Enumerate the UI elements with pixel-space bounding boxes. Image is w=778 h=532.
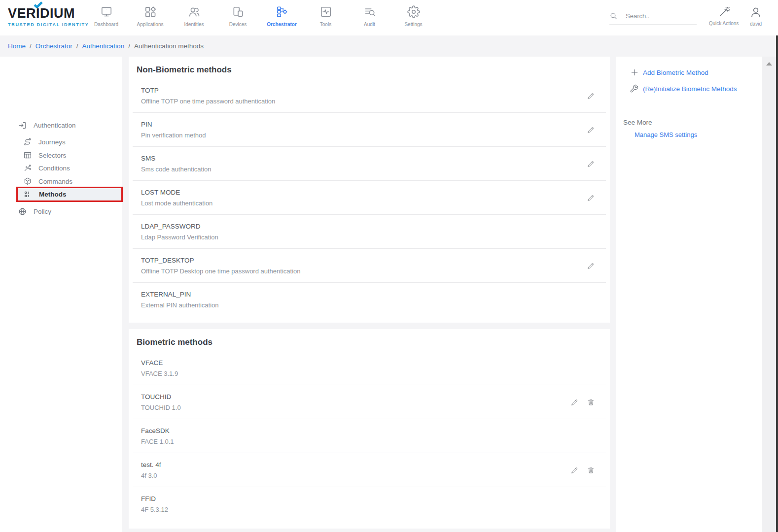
quick-actions-button[interactable]: Quick Actions — [706, 6, 742, 26]
non-biometric-rows: TOTP Offline TOTP one time password auth… — [133, 75, 606, 317]
method-name: EXTERNAL_PIN — [141, 291, 219, 298]
breadcrumb-current: Authentication methods — [134, 42, 204, 50]
nav-label: Tools — [320, 22, 331, 27]
method-name: FFID — [141, 495, 168, 502]
edit-icon[interactable] — [587, 126, 595, 134]
method-name: VFACE — [141, 359, 178, 366]
sidebar-item-label: Authentication — [34, 122, 76, 129]
non-biometric-title: Non-Biometric methods — [129, 57, 610, 75]
primary-nav: Dashboard Applications Identities Device… — [84, 4, 435, 27]
method-row-external-pin: EXTERNAL_PIN External PIN authentication — [133, 283, 606, 317]
sidebar-item-label: Policy — [34, 208, 51, 215]
manage-sms-settings-link[interactable]: Manage SMS settings — [635, 131, 697, 138]
sidebar-item-selectors[interactable]: Selectors — [23, 149, 66, 161]
method-description: TOUCHID 1.0 — [141, 404, 181, 411]
settings-icon — [407, 4, 420, 19]
wrench-icon — [630, 84, 638, 93]
tools-icon — [319, 4, 332, 19]
delete-icon[interactable] — [587, 466, 595, 474]
breadcrumb-separator: / — [76, 42, 78, 50]
method-row-totp-desktop: TOTP_DESKTOP Offline TOTP Desktop one ti… — [133, 249, 606, 283]
sidebar-item-label: Commands — [38, 178, 72, 185]
sidebar-item-conditions[interactable]: Conditions — [23, 162, 70, 174]
method-row-test-4f: test. 4f 4f 3.0 — [133, 453, 606, 487]
user-icon — [749, 6, 762, 19]
logo-checkmark-icon — [34, 1, 43, 8]
dashboard-icon — [100, 4, 113, 19]
method-name: TOTP — [141, 87, 275, 94]
table-icon — [23, 151, 32, 160]
edit-icon[interactable] — [587, 262, 595, 270]
sidebar-item-label: Conditions — [38, 165, 70, 172]
sidebar-item-methods-selected[interactable]: Methods — [16, 187, 123, 202]
delete-icon[interactable] — [587, 398, 595, 406]
method-name: test. 4f — [141, 461, 161, 468]
breadcrumb-orchestrator[interactable]: Orchestrator — [35, 42, 72, 50]
applications-icon — [144, 4, 157, 19]
search-input[interactable] — [626, 12, 690, 20]
cube-icon — [23, 177, 32, 186]
window-edge — [776, 35, 778, 532]
method-name: LDAP_PASSWORD — [141, 223, 218, 230]
branch-icon — [23, 164, 32, 173]
method-row-ffid: FFID 4F 5.3.12 — [133, 487, 606, 521]
method-description: External PIN authentication — [141, 301, 219, 309]
right-action-panel: Add Biometric Method (Re)Initialize Biom… — [616, 57, 762, 532]
nav-label: Identities — [184, 22, 204, 27]
scroll-up-arrow-icon[interactable] — [766, 62, 772, 66]
devices-icon — [232, 4, 245, 19]
globe-icon — [18, 207, 27, 216]
sidebar-item-label: Methods — [39, 191, 67, 198]
method-description: 4F 5.3.12 — [141, 506, 168, 513]
journeys-icon — [23, 137, 32, 147]
nav-settings[interactable]: Settings — [391, 4, 435, 27]
nav-devices[interactable]: Devices — [216, 4, 260, 27]
breadcrumb-authentication[interactable]: Authentication — [82, 42, 125, 50]
edit-icon[interactable] — [570, 398, 579, 406]
reinitialize-label: (Re)Initialize Biometric Methods — [643, 85, 737, 93]
method-description: FACE 1.0.1 — [141, 438, 174, 445]
nav-label: Settings — [404, 22, 422, 27]
edit-icon[interactable] — [587, 92, 595, 100]
nav-audit[interactable]: Audit — [348, 4, 391, 27]
sidebar-item-label: Journeys — [38, 138, 66, 146]
add-biometric-label: Add Biometric Method — [643, 69, 708, 76]
vertical-scrollbar[interactable] — [762, 57, 776, 532]
method-name: TOTP_DESKTOP — [141, 257, 301, 264]
nav-tools[interactable]: Tools — [304, 4, 348, 27]
brand-tagline: TRUSTED DIGITAL IDENTITY — [8, 22, 89, 27]
top-bar: VERIDIUM TRUSTED DIGITAL IDENTITY Dashbo… — [0, 0, 778, 35]
method-row-vface: VFACE VFACE 3.1.9 — [133, 351, 606, 385]
sidebar-item-policy[interactable]: Policy — [18, 205, 51, 217]
user-menu[interactable]: david — [742, 6, 770, 27]
nav-orchestrator[interactable]: Orchestrator — [260, 4, 304, 27]
sidebar-item-commands[interactable]: Commands — [23, 175, 72, 187]
nav-applications[interactable]: Applications — [128, 4, 172, 27]
nav-label: Applications — [137, 22, 164, 27]
method-description: VFACE 3.1.9 — [141, 370, 178, 377]
reinitialize-biometric-methods-button[interactable]: (Re)Initialize Biometric Methods — [630, 84, 737, 93]
veridium-admin-app: VERIDIUM TRUSTED DIGITAL IDENTITY Dashbo… — [0, 0, 778, 532]
nav-label: Devices — [229, 22, 247, 27]
method-description: Ldap Password Verification — [141, 233, 218, 241]
sidebar-item-journeys[interactable]: Journeys — [23, 136, 66, 148]
method-name: TOUCHID — [141, 393, 181, 400]
breadcrumb-separator: / — [128, 42, 130, 50]
brand-logo[interactable]: VERIDIUM TRUSTED DIGITAL IDENTITY — [8, 7, 89, 27]
edit-icon[interactable] — [587, 194, 595, 202]
add-biometric-method-button[interactable]: Add Biometric Method — [631, 68, 708, 76]
method-description: Sms code authentication — [141, 166, 211, 173]
orchestrator-icon — [276, 4, 288, 19]
method-name: LOST MODE — [141, 189, 212, 196]
nav-dashboard[interactable]: Dashboard — [84, 4, 128, 27]
breadcrumb-home[interactable]: Home — [8, 42, 26, 50]
method-row-ldap-password: LDAP_PASSWORD Ldap Password Verification — [133, 215, 606, 249]
nav-label: Audit — [364, 22, 375, 27]
nav-identities[interactable]: Identities — [172, 4, 216, 27]
edit-icon[interactable] — [570, 466, 579, 474]
method-name: PIN — [141, 121, 206, 128]
breadcrumb-separator: / — [30, 42, 32, 50]
quick-actions-label: Quick Actions — [709, 21, 739, 26]
edit-icon[interactable] — [587, 160, 595, 168]
sidebar-item-authentication[interactable]: Authentication — [18, 119, 76, 131]
